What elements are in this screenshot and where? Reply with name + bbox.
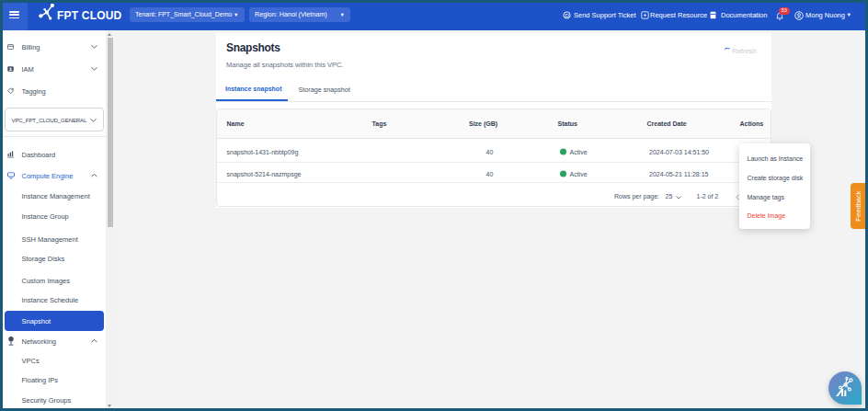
svg-text:D: D — [565, 13, 570, 18]
